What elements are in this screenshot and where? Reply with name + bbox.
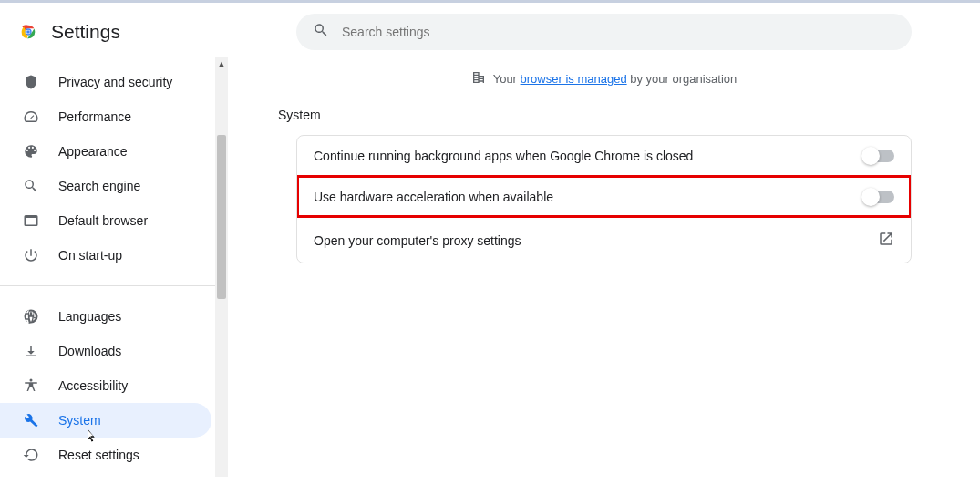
palette-icon	[22, 143, 40, 160]
sidebar: Settings Privacy and security Performanc…	[0, 3, 228, 485]
nav-section-main: Privacy and security Performance Appeara…	[0, 59, 228, 278]
toggle-background-apps[interactable]	[863, 150, 894, 162]
sidebar-item-privacy[interactable]: Privacy and security	[0, 65, 211, 99]
search-bar[interactable]	[296, 14, 912, 50]
section-title: System	[278, 108, 321, 122]
nav-section-advanced: Languages Downloads Accessibility System…	[0, 294, 228, 478]
nav-label: System	[58, 413, 101, 428]
nav-label: Reset settings	[58, 448, 139, 462]
scroll-thumb[interactable]	[217, 135, 226, 299]
row-background-apps[interactable]: Continue running background apps when Go…	[297, 136, 911, 176]
chrome-logo-icon	[18, 22, 38, 42]
scrollbar[interactable]: ▲	[215, 57, 228, 477]
nav-label: Appearance	[58, 144, 128, 159]
sidebar-header: Settings	[0, 14, 228, 59]
search-icon	[313, 22, 329, 42]
search-input[interactable]	[342, 25, 895, 39]
sidebar-item-reset[interactable]: Reset settings	[0, 438, 211, 472]
restore-icon	[22, 447, 40, 463]
search-icon	[22, 178, 40, 194]
sidebar-item-system[interactable]: System	[0, 403, 211, 438]
nav-label: Languages	[58, 309, 121, 324]
managed-notice: Your browser is managed by your organisa…	[471, 70, 738, 88]
page-title: Settings	[51, 21, 120, 43]
row-proxy-settings[interactable]: Open your computer's proxy settings	[297, 217, 911, 263]
sidebar-item-accessibility[interactable]: Accessibility	[0, 368, 211, 403]
nav-label: On start-up	[58, 248, 122, 263]
nav-label: Accessibility	[58, 378, 128, 393]
main-content: Your browser is managed by your organisa…	[228, 3, 980, 485]
scroll-up-icon[interactable]: ▲	[215, 57, 228, 70]
settings-card: Continue running background apps when Go…	[296, 135, 912, 263]
managed-link[interactable]: browser is managed	[521, 72, 627, 86]
sidebar-item-appearance[interactable]: Appearance	[0, 134, 211, 169]
toggle-hardware-acceleration[interactable]	[863, 191, 894, 203]
power-icon	[22, 247, 40, 263]
external-link-icon	[878, 231, 894, 250]
row-label: Open your computer's proxy settings	[314, 233, 521, 248]
nav-label: Performance	[58, 109, 131, 124]
row-label: Use hardware acceleration when available	[314, 190, 553, 204]
download-icon	[22, 343, 40, 359]
row-hardware-acceleration[interactable]: Use hardware acceleration when available	[297, 176, 911, 217]
wrench-icon	[22, 412, 40, 428]
browser-icon	[22, 212, 40, 229]
sidebar-item-default-browser[interactable]: Default browser	[0, 203, 211, 238]
row-label: Continue running background apps when Go…	[314, 149, 693, 163]
accessibility-icon	[22, 377, 40, 394]
sidebar-item-performance[interactable]: Performance	[0, 99, 211, 134]
nav-label: Privacy and security	[58, 75, 172, 89]
sidebar-item-on-startup[interactable]: On start-up	[0, 238, 211, 273]
svg-point-3	[26, 30, 30, 34]
speedometer-icon	[22, 108, 40, 125]
sidebar-item-search-engine[interactable]: Search engine	[0, 169, 211, 203]
nav-label: Search engine	[58, 179, 140, 193]
nav-label: Default browser	[58, 213, 148, 228]
nav-label: Downloads	[58, 344, 121, 358]
shield-icon	[22, 74, 40, 90]
nav-divider	[0, 285, 228, 286]
sidebar-item-languages[interactable]: Languages	[0, 299, 211, 334]
building-icon	[471, 70, 486, 88]
globe-icon	[22, 308, 40, 325]
managed-text: Your browser is managed by your organisa…	[493, 72, 738, 86]
sidebar-item-downloads[interactable]: Downloads	[0, 334, 211, 368]
